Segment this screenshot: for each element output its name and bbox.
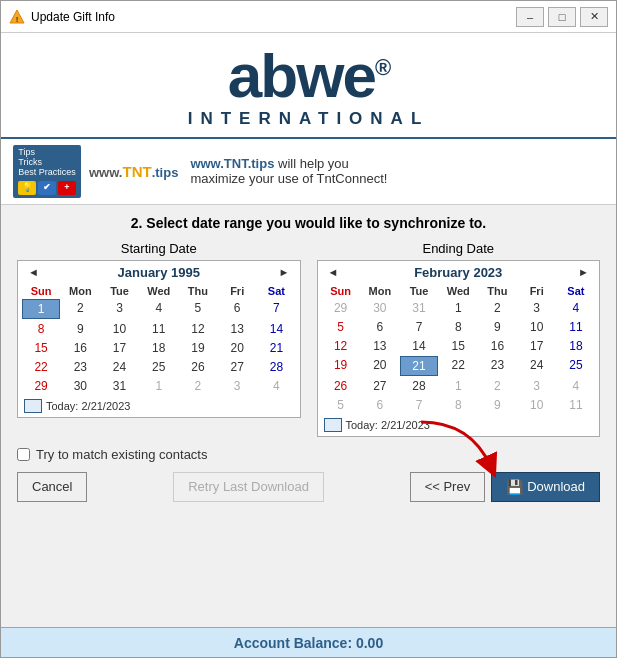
badge-blue: ✔ — [38, 181, 56, 195]
ecal-cell-selected[interactable]: 21 — [400, 356, 438, 376]
scal-cell[interactable]: 29 — [22, 377, 60, 395]
scal-cell[interactable]: 26 — [179, 358, 217, 376]
ecal-cell[interactable]: 23 — [478, 356, 516, 376]
ecal-cell[interactable]: 28 — [400, 377, 438, 395]
ecal-cell[interactable]: 30 — [361, 299, 399, 317]
ecal-cell[interactable]: 3 — [518, 299, 556, 317]
scal-cell[interactable]: 10 — [100, 320, 138, 338]
scal-cell[interactable]: 6 — [218, 299, 256, 319]
scal-cell[interactable]: 3 — [218, 377, 256, 395]
ecal-cell[interactable]: 12 — [322, 337, 360, 355]
ecal-cell[interactable]: 11 — [557, 318, 595, 336]
ecal-cell[interactable]: 7 — [400, 318, 438, 336]
logo-text-abwe: abwe — [228, 41, 375, 110]
close-button[interactable]: ✕ — [580, 7, 608, 27]
ecal-cell[interactable]: 27 — [361, 377, 399, 395]
scal-hdr-thu: Thu — [179, 284, 217, 298]
scal-cell[interactable]: 7 — [257, 299, 295, 319]
scal-cell[interactable]: 25 — [140, 358, 178, 376]
ecal-cell[interactable]: 26 — [322, 377, 360, 395]
prev-button[interactable]: << Prev — [410, 472, 486, 502]
scal-cell[interactable]: 19 — [179, 339, 217, 357]
scal-cell[interactable]: 16 — [61, 339, 99, 357]
ending-cal-next[interactable]: ► — [574, 266, 593, 278]
ecal-cell[interactable]: 9 — [478, 396, 516, 414]
match-contacts-checkbox[interactable] — [17, 448, 30, 461]
ecal-cell[interactable]: 7 — [400, 396, 438, 414]
ecal-cell[interactable]: 6 — [361, 396, 399, 414]
ecal-cell[interactable]: 29 — [322, 299, 360, 317]
cancel-button[interactable]: Cancel — [17, 472, 87, 502]
badge-red: + — [58, 181, 76, 195]
scal-cell[interactable]: 18 — [140, 339, 178, 357]
ecal-cell[interactable]: 11 — [557, 396, 595, 414]
scal-cell[interactable]: 17 — [100, 339, 138, 357]
ecal-cell[interactable]: 15 — [439, 337, 477, 355]
ecal-cell[interactable]: 31 — [400, 299, 438, 317]
ecal-cell[interactable]: 10 — [518, 318, 556, 336]
scal-cell[interactable]: 14 — [257, 320, 295, 338]
ecal-hdr-sun: Sun — [322, 284, 360, 298]
scal-cell[interactable]: 11 — [140, 320, 178, 338]
minimize-button[interactable]: – — [516, 7, 544, 27]
ecal-cell[interactable]: 5 — [322, 396, 360, 414]
scal-cell[interactable]: 9 — [61, 320, 99, 338]
ecal-cell[interactable]: 20 — [361, 356, 399, 376]
ecal-cell[interactable]: 18 — [557, 337, 595, 355]
tnt-banner: TipsTricksBest Practices 💡 ✔ + www.TNT.t… — [1, 139, 616, 205]
ecal-cell[interactable]: 14 — [400, 337, 438, 355]
starting-cal-prev[interactable]: ◄ — [24, 266, 43, 278]
scal-cell[interactable]: 30 — [61, 377, 99, 395]
maximize-button[interactable]: □ — [548, 7, 576, 27]
scal-cell[interactable]: 27 — [218, 358, 256, 376]
scal-cell[interactable]: 8 — [22, 320, 60, 338]
ecal-cell[interactable]: 25 — [557, 356, 595, 376]
starting-cal-next[interactable]: ► — [275, 266, 294, 278]
ecal-cell[interactable]: 9 — [478, 318, 516, 336]
ecal-cell[interactable]: 5 — [322, 318, 360, 336]
ecal-cell[interactable]: 4 — [557, 377, 595, 395]
ecal-cell[interactable]: 24 — [518, 356, 556, 376]
scal-cell[interactable]: 5 — [179, 299, 217, 319]
scal-cell[interactable]: 4 — [140, 299, 178, 319]
scal-cell[interactable]: 23 — [61, 358, 99, 376]
ecal-cell[interactable]: 2 — [478, 377, 516, 395]
scal-cell[interactable]: 13 — [218, 320, 256, 338]
ecal-cell[interactable]: 4 — [557, 299, 595, 317]
ecal-cell[interactable]: 22 — [439, 356, 477, 376]
scal-cell[interactable]: 2 — [61, 299, 99, 319]
scal-hdr-sat: Sat — [257, 284, 295, 298]
ending-calendar: ◄ February 2023 ► Sun Mon Tue Wed Thu Fr… — [317, 260, 601, 437]
scal-cell[interactable]: 31 — [100, 377, 138, 395]
retry-button[interactable]: Retry Last Download — [173, 472, 324, 502]
ecal-cell[interactable]: 2 — [478, 299, 516, 317]
ecal-cell[interactable]: 1 — [439, 299, 477, 317]
download-label: Download — [527, 479, 585, 494]
scal-cell[interactable]: 28 — [257, 358, 295, 376]
ecal-cell[interactable]: 13 — [361, 337, 399, 355]
ecal-cell[interactable]: 17 — [518, 337, 556, 355]
scal-cell[interactable]: 12 — [179, 320, 217, 338]
scal-cell[interactable]: 20 — [218, 339, 256, 357]
ecal-cell[interactable]: 8 — [439, 396, 477, 414]
starting-calendar: ◄ January 1995 ► Sun Mon Tue Wed Thu Fri… — [17, 260, 301, 418]
scal-cell[interactable]: 24 — [100, 358, 138, 376]
scal-cell[interactable]: 21 — [257, 339, 295, 357]
scal-cell[interactable]: 1 — [140, 377, 178, 395]
scal-cell[interactable]: 22 — [22, 358, 60, 376]
scal-cell[interactable]: 3 — [100, 299, 138, 319]
ecal-cell[interactable]: 10 — [518, 396, 556, 414]
ecal-cell[interactable]: 1 — [439, 377, 477, 395]
match-contacts-label: Try to match existing contacts — [36, 447, 207, 462]
ecal-cell[interactable]: 8 — [439, 318, 477, 336]
scal-cell[interactable]: 2 — [179, 377, 217, 395]
scal-cell[interactable]: 15 — [22, 339, 60, 357]
ecal-cell[interactable]: 16 — [478, 337, 516, 355]
ecal-cell[interactable]: 19 — [322, 356, 360, 376]
ecal-cell[interactable]: 3 — [518, 377, 556, 395]
scal-cell[interactable]: 1 — [22, 299, 60, 319]
ending-cal-prev[interactable]: ◄ — [324, 266, 343, 278]
scal-cell[interactable]: 4 — [257, 377, 295, 395]
download-button[interactable]: 💾 Download — [491, 472, 600, 502]
ecal-cell[interactable]: 6 — [361, 318, 399, 336]
